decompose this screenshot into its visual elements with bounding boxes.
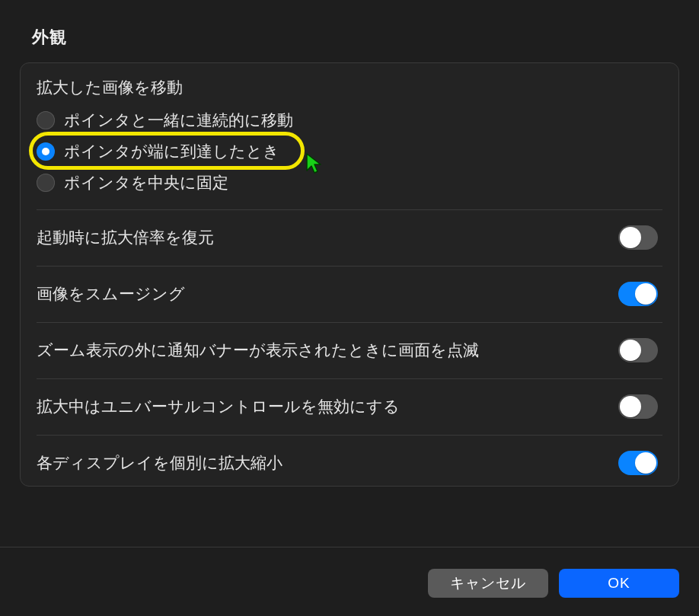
preferences-sheet: { "section_title": "外観", "radio_group": … (0, 0, 699, 616)
divider (37, 266, 662, 267)
toggle-zoom-each-display: 各ディスプレイを個別に拡大縮小 (37, 440, 662, 486)
divider (37, 378, 662, 379)
toggle-smooth-images: 画像をスムージング (37, 271, 662, 317)
toggle-switch[interactable] (618, 338, 658, 362)
radio-icon (37, 111, 55, 129)
cancel-button[interactable]: キャンセル (428, 569, 548, 598)
toggle-label: ズーム表示の外に通知バナーが表示されたときに画面を点滅 (37, 340, 494, 361)
toggle-switch[interactable] (618, 225, 658, 250)
ok-button[interactable]: OK (559, 569, 679, 598)
radio-label: ポインタを中央に固定 (64, 172, 228, 193)
toggle-switch[interactable] (618, 394, 658, 419)
radio-keep-centered[interactable]: ポインタを中央に固定 (37, 170, 228, 196)
divider (37, 435, 662, 436)
toggle-switch[interactable] (618, 451, 658, 475)
section-title: 外観 (32, 26, 67, 49)
radio-move-at-edge[interactable]: ポインタが端に到達したとき (37, 139, 279, 164)
radio-icon (37, 142, 55, 161)
radio-icon (37, 174, 55, 192)
toggle-label: 拡大中はユニバーサルコントロールを無効にする (37, 396, 415, 417)
radio-move-continuously[interactable]: ポインタと一緒に連続的に移動 (37, 107, 293, 133)
footer-divider (0, 547, 699, 547)
toggle-label: 各ディスプレイを個別に拡大縮小 (37, 452, 298, 474)
radio-label: ポインタが端に到達したとき (64, 141, 279, 162)
toggle-switch[interactable] (618, 282, 658, 306)
toggle-disable-universal-control: 拡大中はユニバーサルコントロールを無効にする (37, 384, 662, 429)
divider (37, 209, 662, 210)
radio-group-label: 拡大した画像を移動 (37, 77, 183, 98)
divider (37, 322, 662, 323)
toggle-label: 起動時に拡大倍率を復元 (37, 227, 229, 248)
radio-label: ポインタと一緒に連続的に移動 (64, 110, 293, 131)
toggle-label: 画像をスムージング (37, 283, 200, 305)
toggle-flash-on-banner: ズーム表示の外に通知バナーが表示されたときに画面を点滅 (37, 327, 662, 373)
toggle-restore-zoom-on-startup: 起動時に拡大倍率を復元 (37, 215, 662, 260)
